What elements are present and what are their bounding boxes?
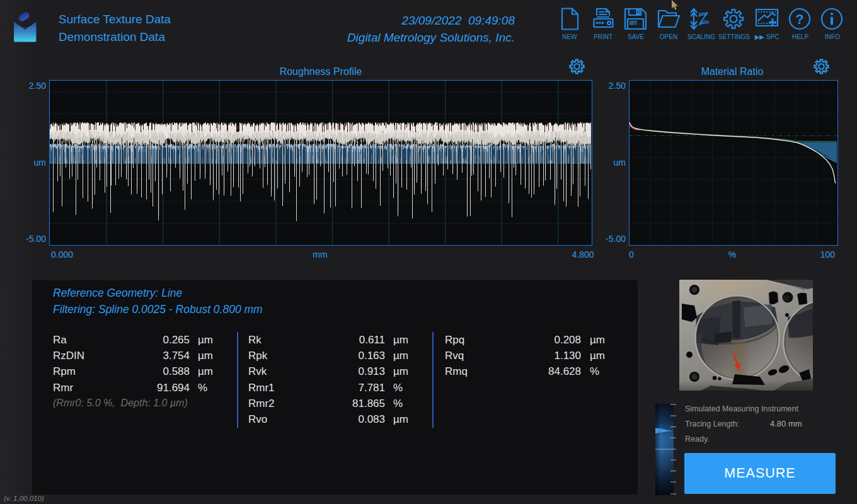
svg-text:?: ? bbox=[795, 11, 803, 27]
